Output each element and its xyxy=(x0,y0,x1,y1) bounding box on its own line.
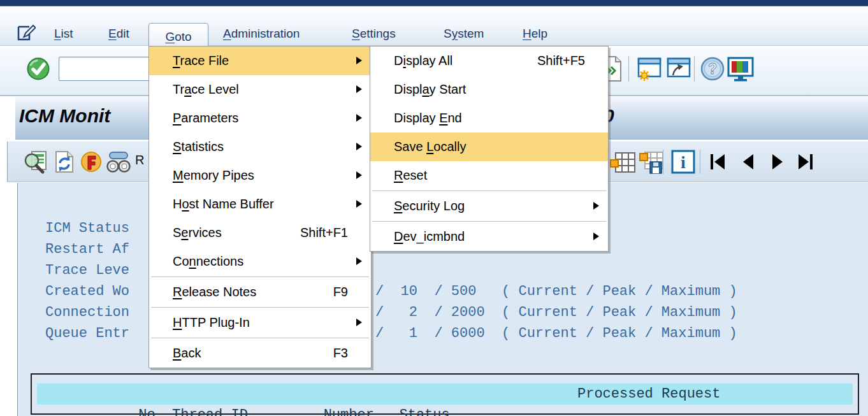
menu-item-shortcut: F9 xyxy=(333,278,348,306)
menu-separator xyxy=(372,190,606,191)
menubar-item-edit[interactable]: Edit xyxy=(108,27,129,41)
menu-separator xyxy=(151,338,369,338)
toolbar-separator xyxy=(663,150,663,174)
goto-menu-panel: Trace FileTrace LevelParametersStatistic… xyxy=(148,46,372,368)
find-icon[interactable] xyxy=(105,150,133,176)
submenu-arrow-icon xyxy=(356,319,362,326)
submenu-arrow-icon xyxy=(356,114,362,122)
table-header-processed-request: Processed Request xyxy=(577,384,720,405)
menu-item-label: Display Start xyxy=(394,82,466,96)
next-page-icon[interactable] xyxy=(766,151,788,175)
status-row-value-fragment: / 1 / 6000 ( Current / Peak / Maximum ) xyxy=(375,323,737,344)
menu-item-security-log[interactable]: Security Log xyxy=(370,192,608,220)
details-icon[interactable] xyxy=(23,149,48,177)
sap-shortcut-icon[interactable] xyxy=(665,57,692,85)
status-row-label-fragment: Connection xyxy=(45,302,129,323)
trace-status-icon[interactable] xyxy=(79,149,103,177)
menubar-item-list[interactable]: List xyxy=(54,27,73,41)
status-row: Trace Leve xyxy=(18,260,868,281)
appbar-button-text-fragment[interactable]: R xyxy=(135,153,144,168)
menu-item-connections[interactable]: Connections xyxy=(149,247,371,276)
status-row-label-fragment: Created Wo xyxy=(45,281,129,302)
menu-item-label: Display End xyxy=(394,111,462,125)
submenu-arrow-icon xyxy=(356,171,362,179)
menubar-item-help[interactable]: Help xyxy=(523,27,547,41)
status-row-label-fragment: Queue Entr xyxy=(45,323,129,344)
menu-item-http-plug-in[interactable]: HTTP Plug-In xyxy=(149,308,371,337)
menu-item-shortcut: F3 xyxy=(333,339,348,368)
status-row: Queue Entr/ 1 / 6000 ( Current / Peak / … xyxy=(18,323,868,344)
choose-layout-icon[interactable] xyxy=(609,150,636,177)
status-row-value-fragment: / 2 / 2000 ( Current / Peak / Maximum ) xyxy=(375,302,737,323)
menu-item-shortcut: Shift+F1 xyxy=(300,219,348,247)
status-row-value-fragment: / 10 / 500 ( Current / Peak / Maximum ) xyxy=(375,281,737,302)
refresh-icon[interactable] xyxy=(51,149,76,177)
toolbar-separator xyxy=(700,150,700,174)
info-icon[interactable]: i xyxy=(670,149,696,177)
first-page-icon[interactable] xyxy=(707,151,729,175)
menu-item-trace-level[interactable]: Trace Level xyxy=(149,75,371,104)
menu-item-services[interactable]: ServicesShift+F1 xyxy=(149,219,371,247)
submenu-arrow-icon xyxy=(356,85,362,93)
submenu-arrow-icon xyxy=(593,202,599,210)
menu-item-label: Statistics xyxy=(173,140,224,154)
help-icon[interactable]: ? xyxy=(700,56,725,84)
submenu-arrow-icon xyxy=(356,57,362,64)
new-session-icon[interactable] xyxy=(636,57,663,85)
previous-page-icon[interactable] xyxy=(738,151,760,175)
status-row: Created Wo/ 10 / 500 ( Current / Peak / … xyxy=(18,281,868,302)
menu-item-label: Memory Pipes xyxy=(173,168,254,182)
menu-item-memory-pipes[interactable]: Memory Pipes xyxy=(149,161,371,190)
svg-text:?: ? xyxy=(708,61,717,77)
menu-item-display-start[interactable]: Display Start xyxy=(370,75,608,104)
menu-item-shortcut: Shift+F5 xyxy=(537,47,585,75)
menu-bar: ListEditGotoAdministrationSettingsSystem… xyxy=(0,6,868,46)
submenu-arrow-icon xyxy=(356,143,362,150)
save-layout-icon[interactable] xyxy=(637,150,664,178)
menu-item-label: Release Notes xyxy=(173,285,256,299)
top-status-strip xyxy=(0,0,868,6)
submenu-arrow-icon xyxy=(356,257,362,265)
svg-text:i: i xyxy=(681,152,686,172)
last-page-nav-icon[interactable] xyxy=(794,151,816,175)
status-row-label-fragment: Restart Af xyxy=(45,239,129,260)
status-row: Connection/ 2 / 2000 ( Current / Peak / … xyxy=(18,302,868,323)
menu-item-display-all[interactable]: Display AllShift+F5 xyxy=(370,47,608,75)
menu-item-label: Services xyxy=(173,226,222,240)
threads-table: No. Thread ID Number Status Processed Re… xyxy=(31,373,859,415)
submenu-arrow-icon xyxy=(356,200,362,208)
screen-menu-icon[interactable] xyxy=(17,24,36,45)
page-title: ICM Monit xyxy=(19,105,110,127)
menu-item-host-name-buffer[interactable]: Host Name Buffer xyxy=(149,190,371,219)
enter-check-icon[interactable] xyxy=(25,56,51,84)
menu-item-release-notes[interactable]: Release NotesF9 xyxy=(149,278,371,306)
menu-item-display-end[interactable]: Display End xyxy=(370,104,608,133)
menu-item-label: Connections xyxy=(173,254,243,268)
menu-item-back[interactable]: BackF3 xyxy=(149,339,371,368)
menu-item-label: HTTP Plug-In xyxy=(173,315,250,329)
trace-file-submenu-panel: Display AllShift+F5Display StartDisplay … xyxy=(370,46,609,252)
menu-item-trace-file[interactable]: Trace File xyxy=(149,47,371,75)
menu-separator xyxy=(151,276,369,277)
menu-item-parameters[interactable]: Parameters xyxy=(149,104,371,133)
status-row-label-fragment: ICM Status xyxy=(45,218,129,239)
menu-item-label: Trace File xyxy=(173,54,229,68)
table-header-columns: No. Thread ID Number Status xyxy=(138,407,449,416)
menubar-item-settings[interactable]: Settings xyxy=(352,27,396,41)
toolbar-separator xyxy=(694,56,695,82)
customize-layout-icon[interactable] xyxy=(727,57,755,85)
menubar-item-system[interactable]: System xyxy=(444,27,484,41)
menu-item-label: Reset xyxy=(394,168,427,182)
toolbar-separator xyxy=(628,56,629,82)
menu-item-label: Trace Level xyxy=(173,82,239,96)
menu-item-label: Save Locally xyxy=(394,140,466,154)
menu-item-statistics[interactable]: Statistics xyxy=(149,133,371,161)
menu-item-save-locally[interactable]: Save Locally xyxy=(370,133,608,161)
menu-item-label: Dev_icmbnd xyxy=(394,229,465,243)
submenu-arrow-icon xyxy=(593,233,599,240)
menu-item-dev-icmbnd[interactable]: Dev_icmbnd xyxy=(370,222,608,251)
menu-item-label: Parameters xyxy=(173,111,238,125)
menu-separator xyxy=(372,221,606,222)
menu-item-reset[interactable]: Reset xyxy=(370,161,608,190)
menubar-item-administration[interactable]: Administration xyxy=(223,27,300,41)
